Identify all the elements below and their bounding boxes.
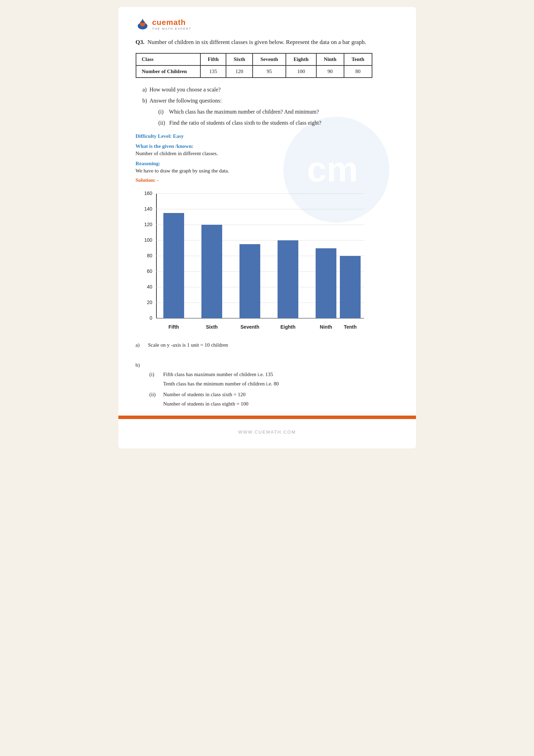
q-label: Q3. [136, 39, 145, 45]
logo-cuemath-text: cuemath [152, 18, 192, 27]
sub-b: b) Answer the following questions: [143, 95, 399, 106]
table-header-row: Class Fifth Sixth Seventh Eighth Ninth T… [136, 53, 372, 65]
col-class: Class [136, 53, 200, 65]
svg-text:0: 0 [150, 315, 152, 321]
svg-text:Tenth: Tenth [344, 324, 356, 330]
question-block: Q3. Number of children in six different … [136, 37, 399, 47]
bar-sixth [201, 225, 222, 318]
given-text: Number of children in different classes. [136, 151, 399, 157]
val-eighth: 100 [286, 65, 316, 78]
svg-text:Eighth: Eighth [280, 324, 296, 330]
footer: WWW.CUEMATH.COM [136, 429, 399, 435]
svg-text:80: 80 [147, 253, 152, 258]
sub-b-ii: (ii) Find the ratio of students of class… [153, 117, 399, 128]
question-title: Q3. Number of children in six different … [136, 37, 399, 47]
main-content: cuemath THE MATH EXPERT Q3. Number of ch… [136, 17, 399, 435]
svg-text:160: 160 [144, 190, 152, 196]
difficulty-label: Difficulty Level: Easy [136, 133, 399, 139]
b-ii-label: (ii) [150, 390, 160, 409]
svg-text:120: 120 [144, 222, 152, 227]
val-seventh: 95 [253, 65, 286, 78]
solution-label: Solution: - [136, 177, 399, 183]
bar-tenth [340, 256, 361, 318]
chart-container: 0 20 40 60 80 100 120 140 160 [136, 187, 399, 333]
answer-block: a) Scale on y -axis is 1 unit = 10 child… [136, 340, 399, 409]
val-tenth: 80 [344, 65, 372, 78]
sub-questions: a) How would you choose a scale? b) Answ… [143, 84, 399, 128]
val-sixth: 120 [226, 65, 252, 78]
b-i-label: (i) [150, 370, 160, 389]
table-data-row: Number of Children 135 120 95 100 90 80 [136, 65, 372, 78]
answer-a: a) Scale on y -axis is 1 unit = 10 child… [136, 340, 399, 350]
question-text: Number of children in six different clas… [147, 39, 366, 45]
answer-b-content: (i) Fifth class has maximum number of ch… [150, 370, 399, 409]
bar-seventh [239, 244, 260, 318]
svg-text:20: 20 [147, 300, 152, 305]
answer-a-text: Scale on y -axis is 1 unit = 10 children [148, 340, 228, 350]
reasoning-label: Reasoning: [136, 161, 399, 167]
bar-chart: 0 20 40 60 80 100 120 140 160 [136, 187, 378, 332]
answer-b-label: b) [136, 361, 399, 370]
col-ninth: Ninth [316, 53, 344, 65]
sub-a: a) How would you choose a scale? [143, 84, 399, 95]
given-label: What is the given /known: [136, 143, 399, 149]
logo-text-area: cuemath THE MATH EXPERT [152, 18, 192, 30]
page: cm cuemath THE MATH EXPERT [118, 7, 416, 448]
row-label: Number of Children [136, 65, 200, 78]
svg-marker-4 [141, 19, 145, 23]
col-sixth: Sixth [226, 53, 252, 65]
logo-tagline: THE MATH EXPERT [152, 27, 192, 30]
svg-text:60: 60 [147, 268, 152, 274]
svg-text:Ninth: Ninth [320, 324, 332, 330]
orange-bar [118, 416, 416, 419]
svg-text:Sixth: Sixth [206, 324, 217, 330]
val-fifth: 135 [200, 65, 226, 78]
answer-a-label: a) [136, 340, 143, 350]
col-tenth: Tenth [344, 53, 372, 65]
b-i-content: Fifth class has maximum number of childr… [163, 370, 279, 389]
sub-b-i: (i) Which class has the maximum number o… [153, 106, 399, 117]
svg-text:100: 100 [144, 237, 152, 243]
b-ii-content: Number of students in class sixth = 120 … [163, 390, 248, 409]
col-fifth: Fifth [200, 53, 226, 65]
header: cuemath THE MATH EXPERT [136, 17, 399, 31]
answer-b-i: (i) Fifth class has maximum number of ch… [150, 370, 399, 389]
answer-b-ii: (ii) Number of students in class sixth =… [150, 390, 399, 409]
svg-text:Fifth: Fifth [168, 324, 179, 330]
sub-b-subs: (i) Which class has the maximum number o… [153, 106, 399, 128]
logo-icon [136, 17, 150, 31]
col-eighth: Eighth [286, 53, 316, 65]
col-seventh: Seventh [253, 53, 286, 65]
reasoning-text: We have to draw the graph by using the d… [136, 168, 399, 174]
bar-eighth [278, 240, 298, 318]
svg-text:140: 140 [144, 206, 152, 212]
data-table: Class Fifth Sixth Seventh Eighth Ninth T… [136, 53, 372, 78]
val-ninth: 90 [316, 65, 344, 78]
svg-text:Seventh: Seventh [240, 324, 259, 330]
bar-ninth [316, 248, 336, 318]
svg-text:40: 40 [147, 284, 152, 290]
logo-area: cuemath THE MATH EXPERT [136, 17, 192, 31]
bar-fifth [163, 213, 184, 318]
